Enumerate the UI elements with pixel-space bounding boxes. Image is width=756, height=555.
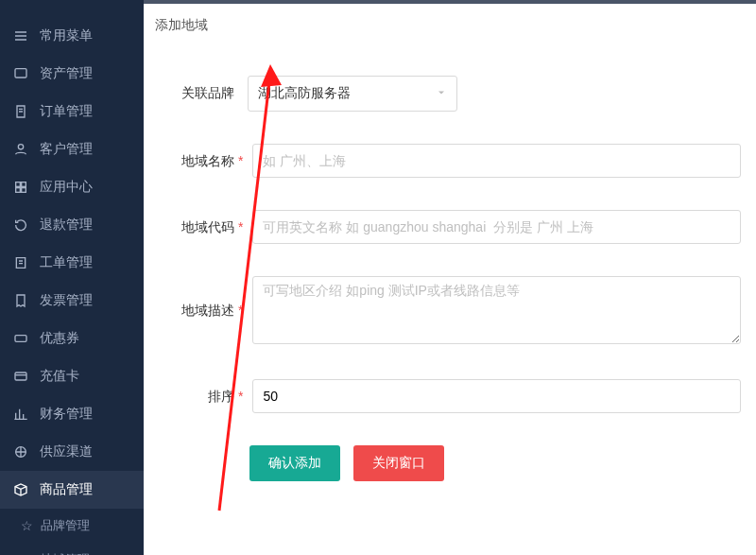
- svg-rect-3: [22, 182, 26, 187]
- invoice-icon: [13, 293, 28, 308]
- sidebar: 常用菜单 资产管理 订单管理 客户管理 应用中心 退款管理 工单管理 发票管理: [0, 0, 144, 555]
- label-brand: 关联品牌: [159, 76, 234, 110]
- sidebar-sub-brand[interactable]: ☆ 品牌管理: [0, 509, 144, 543]
- sidebar-item-app[interactable]: 应用中心: [0, 168, 144, 206]
- name-input[interactable]: [252, 144, 741, 178]
- label-name: 地域名称: [159, 144, 234, 178]
- row-brand: 关联品牌 湖北高防服务器: [159, 76, 741, 112]
- svg-point-1: [18, 145, 23, 149]
- sidebar-sub-label: 地域管理: [41, 551, 90, 555]
- sidebar-item-coupon[interactable]: 优惠券: [0, 320, 144, 357]
- row-name: 地域名称 *: [159, 144, 741, 178]
- label-desc: 地域描述: [159, 276, 234, 344]
- required-mark: *: [238, 210, 243, 244]
- sidebar-item-label: 工单管理: [40, 254, 93, 271]
- sidebar-item-customer[interactable]: 客户管理: [0, 130, 144, 168]
- sort-input[interactable]: [252, 379, 741, 413]
- label-code: 地域代码: [159, 210, 234, 244]
- svg-rect-2: [16, 182, 21, 187]
- card-icon: [13, 369, 28, 384]
- row-code: 地域代码 *: [159, 210, 741, 244]
- product-icon: [13, 482, 28, 497]
- sidebar-item-label: 充值卡: [40, 368, 79, 385]
- sidebar-item-ticket[interactable]: 工单管理: [0, 244, 144, 282]
- main-panel: 添加地域 关联品牌 湖北高防服务器 地域名称 *: [144, 0, 756, 555]
- app-icon: [13, 180, 28, 195]
- sidebar-item-label: 应用中心: [40, 179, 93, 196]
- star-icon: ☆: [21, 518, 33, 533]
- sidebar-item-order[interactable]: 订单管理: [0, 93, 144, 130]
- sidebar-item-common-menu[interactable]: 常用菜单: [0, 17, 144, 55]
- sidebar-item-finance[interactable]: 财务管理: [0, 395, 144, 433]
- sidebar-item-supply[interactable]: 供应渠道: [0, 433, 144, 471]
- brand-select-value: 湖北高防服务器: [258, 85, 351, 102]
- required-mark: *: [238, 276, 243, 344]
- form: 关联品牌 湖北高防服务器 地域名称 * 地域代码 *: [144, 47, 756, 481]
- finance-icon: [13, 407, 28, 422]
- ticket-icon: [13, 255, 28, 270]
- page-title: 添加地域: [144, 4, 756, 47]
- required-mark: *: [238, 379, 243, 413]
- sidebar-item-label: 客户管理: [40, 141, 93, 158]
- close-button[interactable]: 关闭窗口: [353, 445, 444, 481]
- sidebar-item-label: 优惠券: [40, 330, 79, 347]
- svg-rect-4: [16, 188, 21, 193]
- sidebar-item-refund[interactable]: 退款管理: [0, 206, 144, 244]
- refund-icon: [13, 217, 28, 233]
- chevron-down-icon: [436, 86, 447, 101]
- sidebar-item-label: 退款管理: [40, 217, 93, 234]
- label-sort: 排序: [159, 379, 234, 413]
- row-sort: 排序 *: [159, 379, 741, 413]
- sidebar-item-label: 发票管理: [40, 292, 93, 309]
- sidebar-item-invoice[interactable]: 发票管理: [0, 282, 144, 320]
- sidebar-item-product[interactable]: 商品管理: [0, 471, 144, 509]
- coupon-icon: [13, 331, 28, 346]
- sidebar-item-label: 财务管理: [40, 406, 93, 423]
- desc-textarea[interactable]: [252, 276, 741, 344]
- svg-rect-6: [15, 336, 26, 342]
- order-icon: [13, 104, 28, 119]
- action-buttons: 确认添加 关闭窗口: [159, 445, 741, 481]
- sidebar-item-asset[interactable]: 资产管理: [0, 55, 144, 93]
- brand-select[interactable]: 湖北高防服务器: [248, 76, 457, 112]
- sidebar-item-label: 供应渠道: [40, 443, 93, 460]
- sidebar-item-label: 资产管理: [40, 65, 93, 82]
- code-input[interactable]: [252, 210, 741, 244]
- sidebar-item-card[interactable]: 充值卡: [0, 357, 144, 395]
- svg-rect-0: [15, 69, 26, 78]
- sidebar-item-label: 商品管理: [40, 481, 93, 498]
- customer-icon: [13, 142, 28, 157]
- row-desc: 地域描述 *: [159, 276, 741, 347]
- asset-icon: [13, 66, 28, 81]
- sidebar-item-label: 常用菜单: [40, 27, 93, 44]
- sidebar-sub-label: 品牌管理: [41, 517, 90, 534]
- menu-icon: [13, 28, 28, 43]
- svg-rect-7: [15, 373, 26, 380]
- supply-icon: [13, 444, 28, 460]
- required-mark: *: [238, 144, 243, 178]
- svg-rect-5: [22, 188, 26, 193]
- confirm-button[interactable]: 确认添加: [249, 445, 340, 481]
- sidebar-sub-region[interactable]: ☆ 地域管理: [0, 543, 144, 555]
- sidebar-item-label: 订单管理: [40, 103, 93, 120]
